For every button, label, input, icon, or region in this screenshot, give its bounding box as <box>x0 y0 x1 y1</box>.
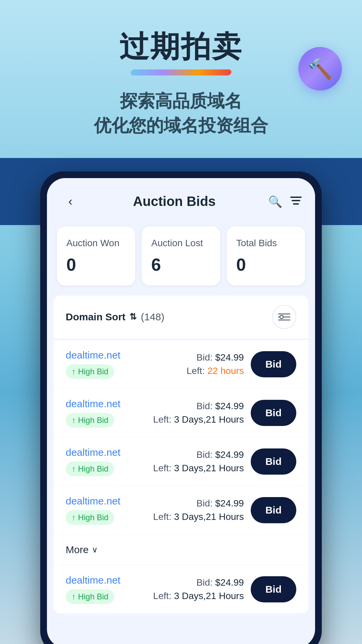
high-bid-badge: ↑ High Bid <box>66 510 114 525</box>
list-item: dealtime.net ↑ High Bid Bid: $24.99 Left… <box>54 340 308 388</box>
svg-point-3 <box>280 315 283 319</box>
time-left: Left: 3 Days,21 Hours <box>153 463 244 474</box>
high-bid-badge: ↑ High Bid <box>66 413 114 428</box>
list-item: dealtime.net ↑ High Bid Bid: $24.99 Left… <box>54 437 308 486</box>
filter-button[interactable] <box>272 305 296 329</box>
stats-row: Auction Won 0 Auction Lost 6 Total Bids … <box>47 220 315 296</box>
list-item: dealtime.net ↑ High Bid Bid: $24.99 Left… <box>54 486 308 534</box>
time-left: Left: 22 hours <box>186 366 244 376</box>
time-left: Left: 3 Days,21 Hours <box>153 591 244 601</box>
list-item: dealtime.net ↑ High Bid Bid: $24.99 Left… <box>54 565 308 613</box>
bid-button[interactable]: Bid <box>251 448 296 475</box>
high-bid-badge: ↑ High Bid <box>66 364 114 379</box>
search-icon[interactable]: 🔍 <box>268 195 282 208</box>
domain-pricing: Bid: $24.99 Left: 22 hours <box>186 352 244 376</box>
high-bid-badge: ↑ High Bid <box>66 589 114 604</box>
domain-name[interactable]: dealtime.net <box>66 495 153 507</box>
svg-rect-1 <box>292 200 300 201</box>
phone-mockup: ‹ Auction Bids 🔍 Auction Won 0 <box>40 171 322 644</box>
high-bid-badge: ↑ High Bid <box>66 462 114 476</box>
domain-name[interactable]: dealtime.net <box>66 398 153 410</box>
hammer-icon: 🔨 <box>298 47 342 91</box>
back-button[interactable]: ‹ <box>60 192 80 212</box>
domain-info: dealtime.net ↑ High Bid <box>66 398 153 428</box>
domain-info: dealtime.net ↑ High Bid <box>66 350 186 379</box>
domain-info: dealtime.net ↑ High Bid <box>66 447 153 476</box>
bid-button[interactable]: Bid <box>251 576 296 602</box>
stat-card-won: Auction Won 0 <box>57 226 135 285</box>
time-left: Left: 3 Days,21 Hours <box>153 512 244 522</box>
bid-button[interactable]: Bid <box>251 497 296 523</box>
bid-info: Bid: $24.99 <box>196 352 244 363</box>
domain-pricing: Bid: $24.99 Left: 3 Days,21 Hours <box>153 577 244 601</box>
app-bar: ‹ Auction Bids 🔍 <box>47 178 315 220</box>
sort-icon: ⇅ <box>129 312 137 322</box>
page-title: Auction Bids <box>133 194 216 209</box>
domain-list-bottom: dealtime.net ↑ High Bid Bid: $24.99 Left… <box>54 565 308 613</box>
bid-info: Bid: $24.99 <box>196 401 244 412</box>
app-icons: 🔍 <box>268 195 302 208</box>
domain-info: dealtime.net ↑ High Bid <box>66 575 153 604</box>
domain-pricing: Bid: $24.99 Left: 3 Days,21 Hours <box>153 401 244 425</box>
bid-info: Bid: $24.99 <box>196 498 244 509</box>
svg-rect-0 <box>290 197 302 198</box>
title-underline <box>130 69 232 75</box>
domain-list: dealtime.net ↑ High Bid Bid: $24.99 Left… <box>54 340 308 534</box>
stat-card-lost: Auction Lost 6 <box>142 226 220 285</box>
sort-label: Domain Sort ⇅ (148) <box>66 311 164 323</box>
subtitle: 探索高品质域名 优化您的域名投资组合 <box>0 89 362 138</box>
time-left: Left: 3 Days,21 Hours <box>153 414 244 425</box>
phone-screen: ‹ Auction Bids 🔍 Auction Won 0 <box>47 178 315 644</box>
bid-button[interactable]: Bid <box>251 400 296 426</box>
filter-menu-icon[interactable] <box>290 195 302 208</box>
bid-info: Bid: $24.99 <box>196 577 244 588</box>
domain-name[interactable]: dealtime.net <box>66 575 153 586</box>
sort-row[interactable]: Domain Sort ⇅ (148) <box>54 296 308 338</box>
list-item: dealtime.net ↑ High Bid Bid: $24.99 Left… <box>54 388 308 437</box>
domain-info: dealtime.net ↑ High Bid <box>66 495 153 525</box>
bid-info: Bid: $24.99 <box>196 449 244 460</box>
domain-pricing: Bid: $24.99 Left: 3 Days,21 Hours <box>153 498 244 522</box>
stat-card-total: Total Bids 0 <box>227 226 305 285</box>
bid-button[interactable]: Bid <box>251 351 296 377</box>
domain-name[interactable]: dealtime.net <box>66 350 186 361</box>
domain-pricing: Bid: $24.99 Left: 3 Days,21 Hours <box>153 449 244 474</box>
more-button[interactable]: More ∨ <box>54 534 308 565</box>
svg-rect-2 <box>293 203 299 205</box>
header-area: 过期拍卖 探索高品质域名 优化您的域名投资组合 🔨 <box>0 0 362 138</box>
domain-name[interactable]: dealtime.net <box>66 447 153 458</box>
chevron-down-icon: ∨ <box>92 545 98 554</box>
